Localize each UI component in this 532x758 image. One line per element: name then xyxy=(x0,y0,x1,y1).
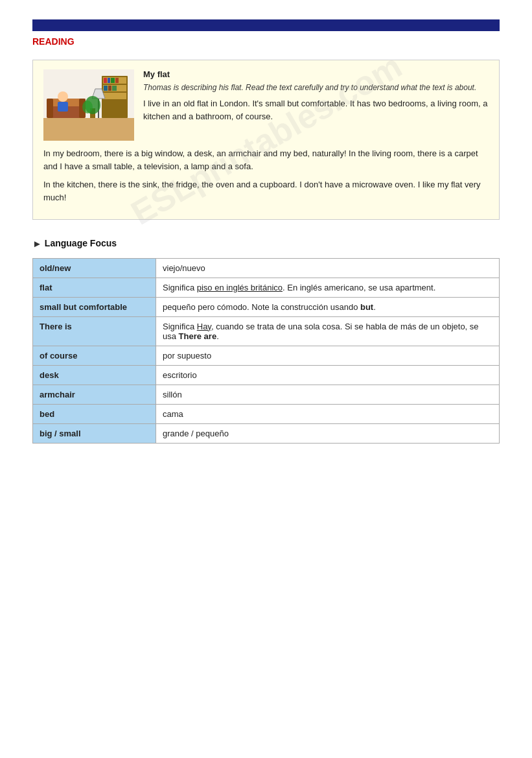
vocab-term: bed xyxy=(33,404,156,423)
svg-rect-11 xyxy=(108,86,111,91)
vocab-definition: Significa Hay, cuando se trata de una so… xyxy=(156,316,500,346)
svg-rect-12 xyxy=(112,86,117,91)
svg-rect-8 xyxy=(111,78,115,83)
table-row: armchairsillón xyxy=(33,385,500,404)
table-row: deskescritorio xyxy=(33,365,500,385)
vocab-definition: viejo/nuevo xyxy=(156,258,500,278)
reading-para2: In the kitchen, there is the sink, the f… xyxy=(43,178,489,204)
vocab-definition: Significa piso en inglés británico. En i… xyxy=(156,278,500,297)
vocab-term: armchair xyxy=(33,385,156,404)
svg-point-23 xyxy=(82,101,93,113)
reading-title-block: My flat Thomas is describing his flat. R… xyxy=(143,69,489,141)
svg-rect-17 xyxy=(47,99,53,118)
table-row: old/newviejo/nuevo xyxy=(33,258,500,278)
vocab-definition: cama xyxy=(156,404,500,423)
vocab-term: old/new xyxy=(33,258,156,278)
vocab-definition: escritorio xyxy=(156,365,500,385)
reading-intro-text: I live in an old flat in London. It's sm… xyxy=(143,97,489,123)
reading-title: My flat xyxy=(143,69,489,79)
vocab-term: big / small xyxy=(33,423,156,443)
language-focus-title: Language Focus xyxy=(45,238,117,248)
vocab-term: flat xyxy=(33,278,156,297)
reading-box: ESLprintables.com xyxy=(32,60,500,220)
vocab-term: desk xyxy=(33,365,156,385)
svg-rect-1 xyxy=(43,118,134,141)
table-row: flatSignifica piso en inglés británico. … xyxy=(33,278,500,297)
lf-arrow-icon: ► xyxy=(32,238,42,249)
reading-paragraphs: In my bedroom, there is a big window, a … xyxy=(43,147,489,205)
language-focus-header: ► Language Focus xyxy=(32,238,500,249)
svg-rect-6 xyxy=(104,78,107,83)
vocab-term: small but comfortable xyxy=(33,297,156,316)
svg-rect-5 xyxy=(103,93,126,99)
table-row: There isSignifica Hay, cuando se trata d… xyxy=(33,316,500,346)
vocab-term: There is xyxy=(33,316,156,346)
top-bar xyxy=(32,19,500,31)
svg-rect-9 xyxy=(115,78,119,83)
table-row: bedcama xyxy=(33,404,500,423)
table-row: small but comfortablepequeño pero cómodo… xyxy=(33,297,500,316)
vocab-definition: pequeño pero cómodo. Note la construcció… xyxy=(156,297,500,316)
reading-subtitle: Thomas is describing his flat. Read the … xyxy=(143,83,489,92)
flat-illustration xyxy=(43,69,134,141)
vocab-definition: por supuesto xyxy=(156,346,500,365)
vocab-definition: grande / pequeño xyxy=(156,423,500,443)
table-row: big / smallgrande / pequeño xyxy=(33,423,500,443)
vocab-definition: sillón xyxy=(156,385,500,404)
vocab-table: old/newviejo/nuevoflatSignifica piso en … xyxy=(32,258,500,444)
reading-label: READING xyxy=(32,36,500,47)
language-focus-section: ► Language Focus old/newviejo/nuevoflatS… xyxy=(32,238,500,444)
svg-rect-10 xyxy=(104,86,108,91)
svg-point-19 xyxy=(58,91,68,102)
svg-rect-7 xyxy=(108,78,110,83)
table-row: of coursepor supuesto xyxy=(33,346,500,365)
svg-rect-20 xyxy=(58,102,68,112)
reading-para1: In my bedroom, there is a big window, a … xyxy=(43,147,489,173)
vocab-term: of course xyxy=(33,346,156,365)
